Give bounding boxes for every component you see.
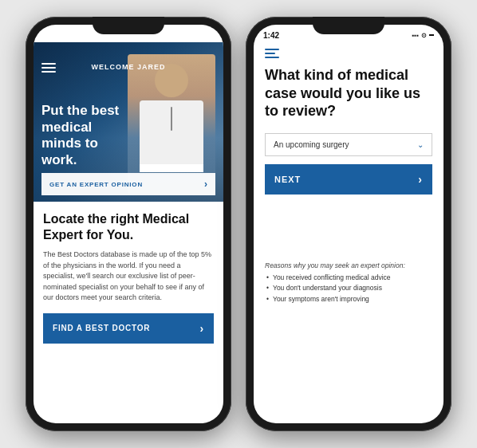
phone2-main-content: What kind of medical case would you like… [254, 61, 443, 314]
dropdown-selected-value: An upcoming surgery [274, 140, 349, 149]
reasons-section: Reasons why you may seek an expert opini… [265, 255, 432, 305]
wifi-icon-1: ⊙ [199, 32, 205, 39]
spacer [265, 207, 432, 255]
notch-2 [313, 17, 384, 34]
reason-item-3: Your symptoms aren't improving [265, 295, 432, 305]
battery-icon-2 [429, 34, 434, 36]
phone-1-screen: 1:42 ▪▪▪ ⊙ ▭ [34, 25, 223, 423]
find-doctor-label: FIND A BEST DOCTOR [53, 324, 150, 332]
next-button-arrow-icon: › [418, 173, 423, 186]
welcome-text: WELCOME JARED [91, 63, 165, 71]
notch-1 [93, 17, 164, 34]
status-time-2: 1:42 [263, 31, 279, 40]
dropdown-chevron-icon: ⌄ [417, 140, 424, 149]
expert-opinion-button[interactable]: GET AN EXPERT OPINION › [41, 173, 215, 195]
menu-line-1 [41, 63, 56, 65]
menu-icon-2[interactable] [265, 49, 279, 58]
find-doctor-button[interactable]: FIND A BEST DOCTOR › [43, 313, 214, 344]
reason-item-2: You don't understand your diagnosis [265, 284, 432, 293]
phone-2: 1:42 ▪▪▪ ⊙ What kind of medical case wou… [246, 17, 451, 431]
phone-2-screen: 1:42 ▪▪▪ ⊙ What kind of medical case wou… [254, 25, 443, 423]
hero-nav [41, 63, 56, 73]
menu-line-3 [41, 71, 56, 73]
menu-dark-line-3 [265, 57, 279, 58]
doctor-body [140, 100, 203, 172]
hero-section: WELCOME JARED Put the best medical minds… [34, 42, 223, 202]
case-question-title: What kind of medical case would you like… [265, 66, 432, 120]
find-doctor-arrow-icon: › [200, 322, 204, 335]
reason-item-1: You received conflicting medical advice [265, 273, 432, 283]
status-time-1: 1:42 [43, 31, 59, 40]
phone1-main-content: Locate the right Medical Expert for You.… [34, 202, 223, 353]
reasons-list: You received conflicting medical advice … [265, 273, 432, 305]
phones-container: 1:42 ▪▪▪ ⊙ ▭ [18, 9, 459, 439]
locate-expert-body: The Best Doctors database is made up of … [43, 250, 214, 304]
signal-icon-2: ▪▪▪ [412, 32, 419, 39]
next-button-label: NEXT [274, 175, 301, 184]
reasons-title: Reasons why you may seek an expert opini… [265, 261, 432, 269]
case-type-dropdown[interactable]: An upcoming surgery ⌄ [265, 133, 432, 156]
battery-icon-1: ▭ [207, 32, 214, 39]
expert-opinion-arrow-icon: › [204, 179, 207, 190]
phone-1: 1:42 ▪▪▪ ⊙ ▭ [26, 17, 231, 431]
menu-line-2 [41, 67, 56, 69]
wifi-icon-2: ⊙ [421, 32, 427, 39]
menu-dark-line-2 [265, 53, 275, 54]
phone2-nav [254, 42, 443, 61]
signal-icon-1: ▪▪▪ [190, 32, 197, 39]
next-button[interactable]: NEXT › [265, 164, 432, 195]
status-icons-1: ▪▪▪ ⊙ ▭ [190, 32, 214, 39]
status-icons-2: ▪▪▪ ⊙ [412, 32, 434, 39]
menu-icon[interactable] [41, 63, 56, 73]
locate-expert-title: Locate the right Medical Expert for You. [43, 211, 214, 243]
expert-opinion-label: GET AN EXPERT OPINION [49, 181, 143, 188]
hero-headline: Put the best medical minds to work. [41, 103, 128, 168]
menu-dark-line-1 [265, 49, 279, 50]
stethoscope [171, 107, 172, 131]
